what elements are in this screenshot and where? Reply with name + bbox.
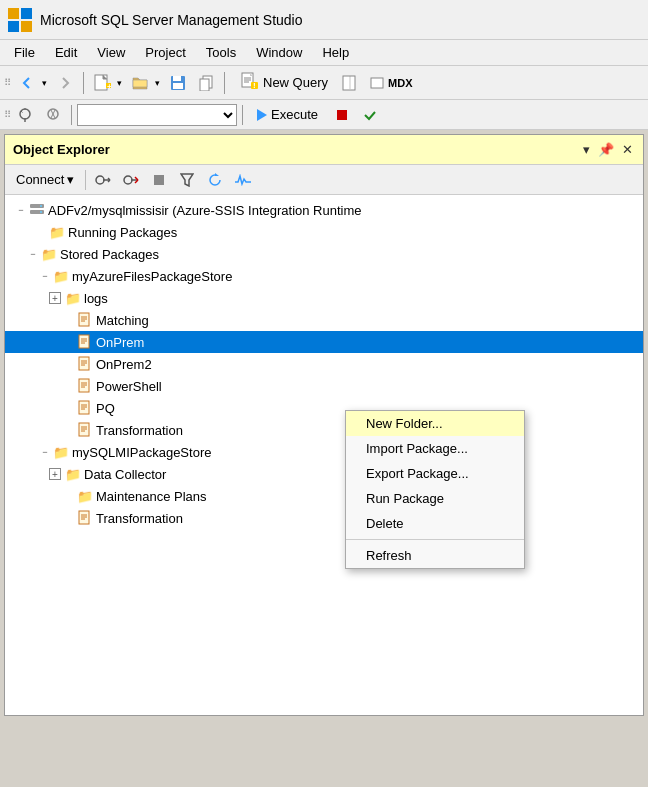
forward-button[interactable]	[52, 70, 78, 96]
menu-project[interactable]: Project	[135, 43, 195, 62]
oe-dock-icon[interactable]: 📌	[596, 140, 616, 159]
save-button[interactable]	[165, 70, 191, 96]
execute-button[interactable]: Execute	[248, 104, 327, 126]
onprem-pkg-icon	[77, 334, 93, 350]
oe-close-icon[interactable]: ✕	[620, 140, 635, 159]
pq-label: PQ	[96, 401, 115, 416]
back-icon	[15, 70, 39, 96]
pq-expand-icon	[61, 400, 77, 416]
connect-button[interactable]: Connect ▾	[9, 169, 81, 191]
menu-view[interactable]: View	[87, 43, 135, 62]
svg-rect-0	[8, 8, 19, 19]
context-menu-separator	[346, 539, 524, 540]
logs-folder-icon: 📁	[65, 290, 81, 306]
svg-rect-32	[337, 110, 347, 120]
tree-mysqlmi-store[interactable]: − 📁 mySQLMIPackageStore	[5, 441, 643, 463]
logs-label: logs	[84, 291, 108, 306]
open-dropdown-arrow[interactable]: ▾	[152, 70, 162, 96]
tree-stored-packages[interactable]: − 📁 Stored Packages	[5, 243, 643, 265]
menu-help[interactable]: Help	[312, 43, 359, 62]
myazure-folder-icon: 📁	[53, 268, 69, 284]
svg-marker-42	[181, 174, 193, 186]
tree-data-collector[interactable]: + 📁 Data Collector	[5, 463, 643, 485]
title-bar: Microsoft SQL Server Management Studio	[0, 0, 648, 40]
toolbar-sep-2	[224, 72, 225, 94]
execute-icon	[257, 109, 267, 121]
logs-expand-icon[interactable]: +	[49, 292, 61, 304]
stored-expand-icon[interactable]: −	[25, 246, 41, 262]
mysqlmi-folder-icon: 📁	[53, 444, 69, 460]
onprem2-pkg-icon	[77, 356, 93, 372]
matching-label: Matching	[96, 313, 149, 328]
oe-connect-filter-btn[interactable]	[90, 167, 116, 193]
tree-pq[interactable]: PQ	[5, 397, 643, 419]
context-menu-import-package[interactable]: Import Package...	[346, 436, 524, 461]
datacollector-expand-icon[interactable]: +	[49, 468, 61, 480]
running-packages-label: Running Packages	[68, 225, 177, 240]
mysqlmi-expand-icon[interactable]: −	[37, 444, 53, 460]
context-menu-export-package[interactable]: Export Package...	[346, 461, 524, 486]
check-button[interactable]	[357, 102, 383, 128]
mdx-button[interactable]: MDX	[365, 70, 417, 96]
tree-logs[interactable]: + 📁 logs	[5, 287, 643, 309]
query-toolbar: ⠿ Execute	[0, 100, 648, 130]
oe-refresh-btn[interactable]	[202, 167, 228, 193]
svg-text:!: !	[253, 81, 256, 90]
tree-onprem[interactable]: OnPrem	[5, 331, 643, 353]
tree-transformation2[interactable]: Transformation	[5, 507, 643, 529]
copy-button[interactable]	[193, 70, 219, 96]
toolbar-handle[interactable]: ⠿	[4, 77, 10, 88]
stored-folder-icon: 📁	[41, 246, 57, 262]
context-menu-delete[interactable]: Delete	[346, 511, 524, 536]
toolbar2-handle[interactable]: ⠿	[4, 109, 10, 120]
server-expand-icon[interactable]: −	[13, 202, 29, 218]
database-select[interactable]	[77, 104, 237, 126]
toolbar2-icon1[interactable]	[12, 102, 38, 128]
myazure-expand-icon[interactable]: −	[37, 268, 53, 284]
oe-pin-icon[interactable]: ▾	[581, 140, 592, 159]
maintenanceplans-label: Maintenance Plans	[96, 489, 207, 504]
menu-edit[interactable]: Edit	[45, 43, 87, 62]
tree-transformation1[interactable]: Transformation	[5, 419, 643, 441]
back-button[interactable]: ▾	[14, 70, 50, 96]
new-button[interactable]: + ▾	[89, 70, 125, 96]
svg-rect-12	[173, 83, 183, 89]
svg-rect-22	[343, 76, 355, 90]
svg-point-33	[96, 176, 104, 184]
running-expand-icon[interactable]	[33, 224, 49, 240]
menu-tools[interactable]: Tools	[196, 43, 246, 62]
tree-maintenance-plans[interactable]: 📁 Maintenance Plans	[5, 485, 643, 507]
oe-stop-btn[interactable]	[146, 167, 172, 193]
pq-pkg-icon	[77, 400, 93, 416]
toolbar2-sep-2	[242, 105, 243, 125]
context-menu-run-package[interactable]: Run Package	[346, 486, 524, 511]
new-query-button[interactable]: ! New Query	[234, 70, 335, 96]
menu-file[interactable]: File	[4, 43, 45, 62]
transformation1-pkg-icon	[77, 422, 93, 438]
server-node-label: ADFv2/mysqlmissisir (Azure-SSIS Integrat…	[48, 203, 362, 218]
svg-point-37	[124, 176, 132, 184]
oe-disconnect-btn[interactable]	[118, 167, 144, 193]
tree-onprem2[interactable]: OnPrem2	[5, 353, 643, 375]
context-menu: New Folder... Import Package... Export P…	[345, 410, 525, 569]
svg-rect-1	[21, 8, 32, 19]
tree-myazure-store[interactable]: − 📁 myAzureFilesPackageStore	[5, 265, 643, 287]
toolbar2-icon2[interactable]	[40, 102, 66, 128]
tree-powershell[interactable]: PowerShell	[5, 375, 643, 397]
tree-server-node[interactable]: − ADFv2/mysqlmissisir (Azure-SSIS Integr…	[5, 199, 643, 221]
context-menu-new-folder[interactable]: New Folder...	[346, 411, 524, 436]
oe-activity-btn[interactable]	[230, 167, 256, 193]
menu-window[interactable]: Window	[246, 43, 312, 62]
context-menu-refresh[interactable]: Refresh	[346, 543, 524, 568]
svg-rect-24	[371, 78, 383, 88]
svg-marker-43	[215, 173, 219, 176]
stop-button[interactable]	[329, 102, 355, 128]
connect-label: Connect	[16, 172, 64, 187]
new-dropdown-arrow[interactable]: ▾	[114, 70, 124, 96]
oe-filter-btn[interactable]	[174, 167, 200, 193]
tree-running-packages[interactable]: 📁 Running Packages	[5, 221, 643, 243]
back-dropdown-arrow[interactable]: ▾	[39, 70, 49, 96]
tree-matching[interactable]: Matching	[5, 309, 643, 331]
open-button[interactable]: ▾	[127, 70, 163, 96]
save-to-file-button[interactable]	[337, 70, 363, 96]
